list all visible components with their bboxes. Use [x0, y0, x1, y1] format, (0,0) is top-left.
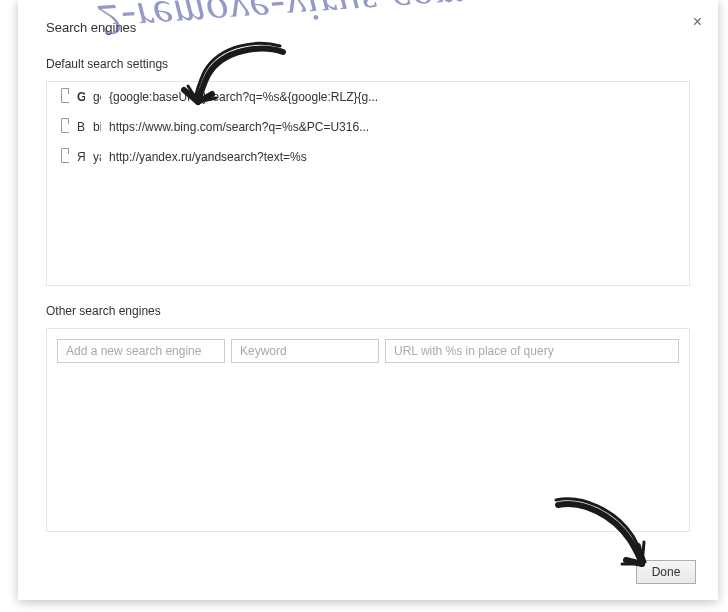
- close-button[interactable]: ×: [693, 14, 702, 30]
- page-icon: [47, 112, 69, 142]
- table-row[interactable]: Google (Default) google.com {google:base…: [47, 82, 689, 112]
- other-engines-panel: [46, 328, 690, 532]
- add-engine-row: [47, 329, 689, 373]
- add-engine-url-input[interactable]: [385, 339, 679, 363]
- engine-url: http://yandex.ru/yandsearch?text=%s: [101, 142, 689, 172]
- page-icon: [47, 82, 69, 112]
- default-search-label: Default search settings: [46, 57, 690, 71]
- dialog-title: Search engines: [46, 20, 690, 35]
- engine-name: Bing: [69, 112, 85, 142]
- add-engine-name-input[interactable]: [57, 339, 225, 363]
- other-engines-label: Other search engines: [46, 304, 690, 318]
- engine-name: Яндекс: [69, 142, 85, 172]
- engine-name: Google (Default): [69, 82, 85, 112]
- done-button[interactable]: Done: [636, 560, 696, 584]
- default-search-panel: Google (Default) google.com {google:base…: [46, 81, 690, 286]
- add-engine-keyword-input[interactable]: [231, 339, 379, 363]
- engine-keyword: bing.com: [85, 112, 101, 142]
- default-search-table: Google (Default) google.com {google:base…: [47, 82, 689, 172]
- engine-keyword: yandex.ru: [85, 142, 101, 172]
- dialog-footer: Done: [636, 560, 696, 584]
- engine-url: {google:baseURL}search?q=%s&{google:RLZ}…: [101, 82, 689, 112]
- search-engines-dialog: × Search engines Default search settings…: [18, 0, 718, 600]
- engine-keyword: google.com: [85, 82, 101, 112]
- table-row[interactable]: Bing bing.com https://www.bing.com/searc…: [47, 112, 689, 142]
- engine-url: https://www.bing.com/search?q=%s&PC=U316…: [101, 112, 689, 142]
- table-row[interactable]: Яндекс yandex.ru http://yandex.ru/yandse…: [47, 142, 689, 172]
- page-icon: [47, 142, 69, 172]
